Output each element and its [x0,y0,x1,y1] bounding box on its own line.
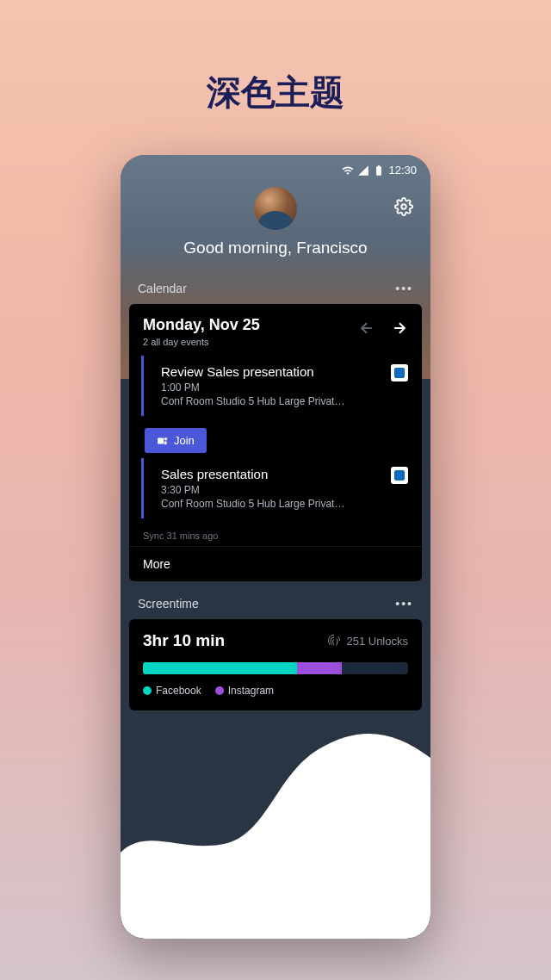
settings-button[interactable] [394,197,413,220]
legend-label: Instagram [228,685,274,697]
calendar-event[interactable]: Review Sales presentation 1:00 PM Conf R… [141,356,422,416]
bar-segment-instagram [297,662,342,674]
battery-icon [373,164,385,177]
calendar-event[interactable]: Sales presentation 3:30 PM Conf Room Stu… [141,458,422,518]
event-location: Conf Room Studio 5 Hub Large Privat… [161,395,368,407]
arrow-right-icon [391,319,408,337]
phone-frame: 12:30 Good morning, Francisco Calendar •… [121,155,430,939]
wifi-icon [342,164,354,177]
screentime-label: Screentime [138,597,199,611]
more-icon[interactable]: ••• [395,597,413,611]
legend-item: Instagram [215,685,274,697]
svg-rect-1 [158,437,164,443]
sync-status: Sync 31 mins ago [129,524,422,546]
more-icon[interactable]: ••• [395,282,413,295]
outlook-icon [391,364,408,381]
greeting-text: Good morning, Francisco [121,239,430,257]
glance-icon [145,901,160,916]
signal-icon [357,164,369,177]
join-button[interactable]: Join [145,428,207,453]
event-time: 3:30 PM [161,484,408,496]
legend-item: Facebook [143,685,201,697]
event-time: 1:00 PM [161,381,408,394]
outlook-icon [391,467,408,484]
gear-icon [394,197,413,216]
more-button[interactable]: More [129,546,422,581]
svg-point-2 [164,437,168,440]
nav-label: Glance [138,918,168,928]
calendar-allday: 2 all day events [143,337,260,347]
bar-segment-other [342,662,408,674]
screentime-card[interactable]: 3hr 10 min 251 Unlocks Facebook Instagra… [129,619,422,710]
legend-label: Facebook [156,685,201,697]
unlocks-count: 251 Unlocks [346,635,408,648]
screentime-total: 3hr 10 min [143,631,225,650]
nav-glance[interactable]: Glance [138,901,168,928]
header [121,182,430,239]
calendar-card: Monday, Nov 25 2 all day events Review S… [129,304,422,581]
prev-day-button[interactable] [358,319,375,340]
fingerprint-icon [327,634,341,648]
status-bar: 12:30 [121,155,430,182]
join-label: Join [174,434,195,447]
avatar[interactable] [254,187,297,230]
screentime-section-header: Screentime ••• [121,597,430,619]
screentime-bar [143,662,408,674]
bar-segment-facebook [143,662,297,674]
screentime-legend: Facebook Instagram [143,685,408,697]
event-title: Review Sales presentation [161,364,408,379]
arrow-left-icon [358,319,375,337]
svg-point-0 [401,204,406,209]
teams-icon [157,435,169,447]
bottom-nav: Glance [121,890,430,939]
calendar-label: Calendar [138,282,187,295]
legend-dot [143,686,152,695]
status-time: 12:30 [388,164,417,177]
calendar-section-header: Calendar ••• [121,282,430,304]
event-location: Conf Room Studio 5 Hub Large Privat… [161,498,368,510]
legend-dot [215,686,224,695]
calendar-date: Monday, Nov 25 [143,316,260,334]
page-title: 深色主题 [207,69,344,116]
next-day-button[interactable] [391,319,408,340]
event-title: Sales presentation [161,467,408,481]
